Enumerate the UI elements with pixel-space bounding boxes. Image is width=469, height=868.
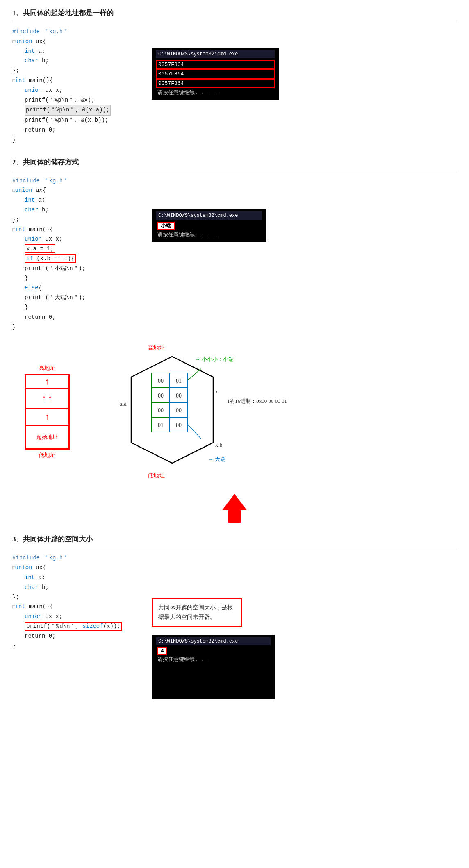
sec1-code: #include ＂kg.h＂ □union ux{ int a; char b…	[12, 27, 143, 145]
code-line: else{	[12, 283, 143, 293]
code-line: char b;	[12, 205, 143, 215]
cmd-box-1: C:\WINDOWS\system32\cmd.exe 0057F864 005…	[152, 48, 279, 100]
divider-3	[12, 548, 457, 548]
svg-text:00: 00	[176, 422, 182, 428]
svg-line-20	[188, 369, 201, 380]
cmd-box-3: C:\WINDOWS\system32\cmd.exe 4 请按任意键继续. .…	[152, 635, 275, 699]
hex-label-top: 高地址	[148, 344, 165, 352]
divider-1	[12, 22, 457, 22]
svg-marker-22	[222, 494, 247, 523]
section-3-title: 3、共同体开辟的空间大小	[12, 534, 457, 544]
code-line: }	[12, 274, 143, 284]
cmd-highlight-3: 4	[157, 647, 167, 655]
code-line: if (x.b == 1){	[12, 254, 143, 264]
svg-text:00: 00	[158, 407, 164, 414]
section-3: 3、共同体开辟的空间大小 #include ＂kg.h＂ □union ux{ …	[12, 534, 457, 699]
code-line: #include ＂kg.h＂	[12, 27, 143, 37]
code-line: printf(＂%p\n＂, &x);	[12, 95, 143, 105]
hex-diagram: 高地址 低地址 → 小小小：小端 → 大端 1的16进制：0x00 00 00 …	[98, 344, 238, 479]
code-line: return 0;	[12, 313, 143, 323]
cmd-output-3: 0057F864	[156, 79, 275, 88]
mem-diagram-left: 高地址 ↑ ↑ ↑ ↑ 起始地址 低地址	[20, 365, 74, 459]
svg-text:00: 00	[158, 378, 164, 384]
sec1-layout: #include ＂kg.h＂ □union ux{ int a; char b…	[12, 27, 457, 145]
sec3-layout: #include ＂kg.h＂ □union ux{ int a; char b…	[12, 553, 457, 699]
code-line: union ux x;	[12, 234, 143, 244]
mem-start-label: 起始地址	[26, 425, 68, 448]
big-up-arrow	[12, 492, 457, 526]
code-line: printf(＂%d\n＂, sizeof(x));	[12, 622, 143, 632]
svg-text:01: 01	[176, 378, 182, 384]
big-arrow-svg	[218, 492, 251, 525]
hex-label-bottom: 低地址	[148, 472, 165, 479]
code-line: #include ＂kg.h＂	[12, 553, 143, 563]
cmd-prompt-1: 请按任意键继续. . . _	[156, 88, 275, 97]
cmd-output-1: 0057F864	[156, 60, 275, 69]
section-1: 1、共同体的起始地址都是一样的 #include ＂kg.h＂ □union u…	[12, 8, 457, 145]
svg-text:00: 00	[176, 407, 182, 414]
code-line: int a;	[12, 573, 143, 583]
code-line: };	[12, 66, 143, 76]
mem-row-2: ↑ ↑	[26, 389, 68, 409]
code-line: }	[12, 135, 143, 145]
section-1-title: 1、共同体的起始地址都是一样的	[12, 8, 457, 18]
code-line: printf(＂小端\n＂);	[12, 264, 143, 274]
code-line: □int main(){	[12, 602, 143, 612]
code-line: x.a = 1;	[12, 244, 143, 254]
divider-2	[12, 171, 457, 171]
code-line: □int main(){	[12, 76, 143, 86]
svg-text:00: 00	[176, 393, 182, 399]
cmd-output-2: 0057F864	[156, 69, 275, 79]
code-line: };	[12, 215, 143, 225]
cmd-titlebar-2: C:\WINDOWS\system32\cmd.exe	[156, 211, 262, 220]
cmd-empty-area	[156, 664, 271, 697]
cmd-highlight-2: 小端	[157, 222, 175, 230]
svg-text:x: x	[215, 389, 218, 395]
sec3-note: 共同体开辟的空间大小，是根据最大的空间来开辟。	[152, 598, 242, 627]
svg-text:01: 01	[158, 422, 164, 428]
svg-text:x.b: x.b	[215, 442, 223, 448]
code-line: char b;	[12, 56, 143, 66]
code-line: printf(＂%p\n＂, &(x.b));	[12, 116, 143, 125]
mem-box: ↑ ↑ ↑ ↑ 起始地址	[25, 374, 70, 450]
svg-text:x.a: x.a	[120, 401, 127, 407]
sec2-cmd-window: C:\WINDOWS\system32\cmd.exe 小端 请按任意键继续. …	[152, 209, 266, 242]
cmd-box-2: C:\WINDOWS\system32\cmd.exe 小端 请按任意键继续. …	[152, 209, 266, 242]
mem-row-1: ↑	[26, 375, 68, 389]
section-2: 2、共同体的储存方式 #include ＂kg.h＂ □union ux{ in…	[12, 157, 457, 332]
mem-label-high: 高地址	[20, 365, 74, 372]
code-line: int a;	[12, 195, 143, 205]
code-line: union ux x;	[12, 612, 143, 622]
code-line: printf(＂大端\n＂);	[12, 293, 143, 303]
code-line: char b;	[12, 583, 143, 593]
code-line: return 0;	[12, 632, 143, 641]
code-line: □int main(){	[12, 225, 143, 235]
code-line: □union ux{	[12, 37, 143, 47]
sec1-cmd-window: C:\WINDOWS\system32\cmd.exe 0057F864 005…	[152, 48, 279, 100]
sec2-layout: #include ＂kg.h＂ □union ux{ int a; char b…	[12, 176, 457, 332]
sec3-right: 共同体开辟的空间大小，是根据最大的空间来开辟。 C:\WINDOWS\syste…	[152, 566, 275, 699]
code-line: □union ux{	[12, 563, 143, 573]
cmd-prompt-3: 请按任意键继续. . .	[156, 655, 271, 664]
code-line: return 0;	[12, 125, 143, 135]
code-line: }	[12, 323, 143, 332]
sec2-code: #include ＂kg.h＂ □union ux{ int a; char b…	[12, 176, 143, 332]
code-line: int a;	[12, 47, 143, 57]
code-line: };	[12, 593, 143, 602]
code-line: □union ux{	[12, 186, 143, 195]
code-line: printf(＂%p\n＂, &(x.a));	[12, 105, 143, 116]
hex-note: 1的16进制：0x00 00 00 01	[227, 398, 287, 405]
svg-line-21	[188, 425, 201, 439]
cmd-prompt-2: 请按任意键继续. . . _	[156, 230, 262, 239]
diagram-section: 高地址 ↑ ↑ ↑ ↑ 起始地址 低地址 高地址 低地址 → 小小小：小端	[20, 344, 457, 479]
code-line: }	[12, 303, 143, 313]
section-2-title: 2、共同体的储存方式	[12, 157, 457, 167]
code-line: }	[12, 641, 143, 651]
svg-text:00: 00	[158, 393, 164, 399]
cmd-titlebar-3: C:\WINDOWS\system32\cmd.exe	[156, 637, 271, 645]
hex-svg: x.a x x.b 00 01 00 00 00 00 01	[115, 352, 230, 471]
code-line: union ux x;	[12, 86, 143, 95]
mem-row-3: ↑	[26, 409, 68, 425]
code-line: #include ＂kg.h＂	[12, 176, 143, 186]
sec3-code: #include ＂kg.h＂ □union ux{ int a; char b…	[12, 553, 143, 651]
